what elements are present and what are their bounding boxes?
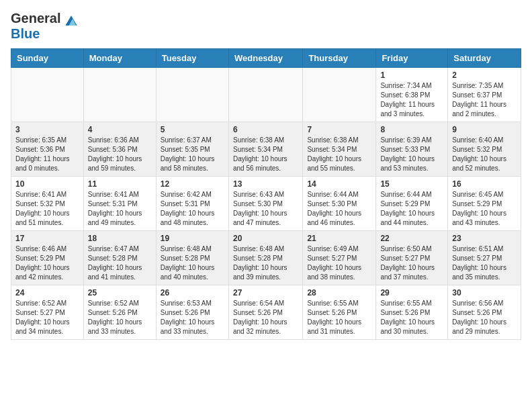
calendar-cell: 23Sunrise: 6:51 AM Sunset: 5:27 PM Dayli… xyxy=(448,231,521,285)
day-number: 25 xyxy=(88,288,152,298)
calendar-cell: 21Sunrise: 6:49 AM Sunset: 5:27 PM Dayli… xyxy=(303,231,376,285)
day-info: Sunrise: 6:37 AM Sunset: 5:35 PM Dayligh… xyxy=(161,136,224,173)
weekday-header-saturday: Saturday xyxy=(448,49,521,68)
day-info: Sunrise: 6:52 AM Sunset: 5:26 PM Dayligh… xyxy=(88,299,152,336)
day-number: 22 xyxy=(380,234,443,243)
day-info: Sunrise: 6:50 AM Sunset: 5:27 PM Dayligh… xyxy=(380,244,443,282)
calendar-week-row: 1Sunrise: 7:34 AM Sunset: 6:38 PM Daylig… xyxy=(11,68,521,122)
day-number: 29 xyxy=(380,288,443,298)
day-number: 15 xyxy=(380,179,443,189)
day-info: Sunrise: 7:34 AM Sunset: 6:38 PM Dayligh… xyxy=(380,81,443,119)
day-number: 17 xyxy=(15,234,79,243)
calendar-cell: 14Sunrise: 6:44 AM Sunset: 5:30 PM Dayli… xyxy=(303,177,376,231)
calendar-week-row: 3Sunrise: 6:35 AM Sunset: 5:36 PM Daylig… xyxy=(11,122,521,177)
day-info: Sunrise: 6:47 AM Sunset: 5:28 PM Dayligh… xyxy=(88,244,152,282)
calendar-cell: 8Sunrise: 6:39 AM Sunset: 5:33 PM Daylig… xyxy=(376,122,448,177)
day-number: 13 xyxy=(233,179,298,189)
day-number: 4 xyxy=(88,125,152,134)
calendar-cell: 19Sunrise: 6:48 AM Sunset: 5:28 PM Dayli… xyxy=(156,231,228,285)
weekday-header-tuesday: Tuesday xyxy=(156,49,228,68)
calendar-cell: 28Sunrise: 6:55 AM Sunset: 5:26 PM Dayli… xyxy=(303,285,376,340)
day-info: Sunrise: 6:44 AM Sunset: 5:30 PM Dayligh… xyxy=(307,190,371,228)
calendar-cell: 25Sunrise: 6:52 AM Sunset: 5:26 PM Dayli… xyxy=(83,285,156,340)
calendar-cell: 24Sunrise: 6:52 AM Sunset: 5:27 PM Dayli… xyxy=(11,285,84,340)
day-number: 16 xyxy=(452,179,517,189)
day-number: 14 xyxy=(307,179,371,189)
calendar-cell: 4Sunrise: 6:36 AM Sunset: 5:36 PM Daylig… xyxy=(83,122,156,177)
calendar-cell: 12Sunrise: 6:42 AM Sunset: 5:31 PM Dayli… xyxy=(156,177,228,231)
day-info: Sunrise: 6:44 AM Sunset: 5:29 PM Dayligh… xyxy=(380,190,443,228)
logo-text-general: General xyxy=(11,11,60,26)
calendar-cell: 11Sunrise: 6:41 AM Sunset: 5:31 PM Dayli… xyxy=(83,177,156,231)
calendar-cell: 9Sunrise: 6:40 AM Sunset: 5:32 PM Daylig… xyxy=(448,122,521,177)
calendar-cell: 29Sunrise: 6:55 AM Sunset: 5:26 PM Dayli… xyxy=(376,285,448,340)
day-info: Sunrise: 6:52 AM Sunset: 5:27 PM Dayligh… xyxy=(15,299,79,336)
calendar-cell: 3Sunrise: 6:35 AM Sunset: 5:36 PM Daylig… xyxy=(11,122,84,177)
day-info: Sunrise: 6:55 AM Sunset: 5:26 PM Dayligh… xyxy=(380,299,443,336)
calendar-cell xyxy=(156,68,228,122)
calendar-cell: 2Sunrise: 7:35 AM Sunset: 6:37 PM Daylig… xyxy=(448,68,521,122)
weekday-header-wednesday: Wednesday xyxy=(228,49,302,68)
day-number: 10 xyxy=(15,179,79,189)
day-number: 30 xyxy=(452,288,517,298)
day-info: Sunrise: 6:55 AM Sunset: 5:26 PM Dayligh… xyxy=(307,299,371,336)
calendar-cell: 27Sunrise: 6:54 AM Sunset: 5:26 PM Dayli… xyxy=(228,285,302,340)
day-info: Sunrise: 6:38 AM Sunset: 5:34 PM Dayligh… xyxy=(307,136,371,173)
day-number: 20 xyxy=(233,234,298,243)
weekday-header-sunday: Sunday xyxy=(11,49,84,68)
calendar-cell: 7Sunrise: 6:38 AM Sunset: 5:34 PM Daylig… xyxy=(303,122,376,177)
day-number: 26 xyxy=(161,288,224,298)
calendar-cell: 16Sunrise: 6:45 AM Sunset: 5:29 PM Dayli… xyxy=(448,177,521,231)
day-info: Sunrise: 6:40 AM Sunset: 5:32 PM Dayligh… xyxy=(452,136,517,173)
calendar-week-row: 24Sunrise: 6:52 AM Sunset: 5:27 PM Dayli… xyxy=(11,285,521,340)
calendar-cell xyxy=(228,68,302,122)
day-number: 21 xyxy=(307,234,371,243)
weekday-header-thursday: Thursday xyxy=(303,49,376,68)
day-info: Sunrise: 6:43 AM Sunset: 5:30 PM Dayligh… xyxy=(233,190,298,228)
day-info: Sunrise: 6:39 AM Sunset: 5:33 PM Dayligh… xyxy=(380,136,443,173)
day-info: Sunrise: 7:35 AM Sunset: 6:37 PM Dayligh… xyxy=(452,81,517,119)
calendar-cell: 5Sunrise: 6:37 AM Sunset: 5:35 PM Daylig… xyxy=(156,122,228,177)
calendar-cell xyxy=(83,68,156,122)
day-info: Sunrise: 6:48 AM Sunset: 5:28 PM Dayligh… xyxy=(233,244,298,282)
calendar-cell: 10Sunrise: 6:41 AM Sunset: 5:32 PM Dayli… xyxy=(11,177,84,231)
day-info: Sunrise: 6:41 AM Sunset: 5:31 PM Dayligh… xyxy=(88,190,152,228)
day-number: 6 xyxy=(233,125,298,134)
day-number: 27 xyxy=(233,288,298,298)
calendar-cell: 22Sunrise: 6:50 AM Sunset: 5:27 PM Dayli… xyxy=(376,231,448,285)
calendar-cell: 13Sunrise: 6:43 AM Sunset: 5:30 PM Dayli… xyxy=(228,177,302,231)
day-number: 3 xyxy=(15,125,79,134)
calendar-cell xyxy=(303,68,376,122)
calendar-cell: 20Sunrise: 6:48 AM Sunset: 5:28 PM Dayli… xyxy=(228,231,302,285)
day-number: 24 xyxy=(15,288,79,298)
logo: General Blue xyxy=(11,11,78,42)
calendar-cell: 1Sunrise: 7:34 AM Sunset: 6:38 PM Daylig… xyxy=(376,68,448,122)
day-info: Sunrise: 6:49 AM Sunset: 5:27 PM Dayligh… xyxy=(307,244,371,282)
day-number: 2 xyxy=(452,71,517,80)
day-info: Sunrise: 6:51 AM Sunset: 5:27 PM Dayligh… xyxy=(452,244,517,282)
day-number: 23 xyxy=(452,234,517,243)
day-number: 11 xyxy=(88,179,152,189)
calendar-cell: 18Sunrise: 6:47 AM Sunset: 5:28 PM Dayli… xyxy=(83,231,156,285)
weekday-header-monday: Monday xyxy=(83,49,156,68)
calendar-cell: 30Sunrise: 6:56 AM Sunset: 5:26 PM Dayli… xyxy=(448,285,521,340)
day-info: Sunrise: 6:38 AM Sunset: 5:34 PM Dayligh… xyxy=(233,136,298,173)
day-number: 28 xyxy=(307,288,371,298)
calendar-cell: 15Sunrise: 6:44 AM Sunset: 5:29 PM Dayli… xyxy=(376,177,448,231)
day-number: 12 xyxy=(161,179,224,189)
logo-blue-label: Blue xyxy=(11,26,40,42)
day-info: Sunrise: 6:35 AM Sunset: 5:36 PM Dayligh… xyxy=(15,136,79,173)
calendar-cell: 6Sunrise: 6:38 AM Sunset: 5:34 PM Daylig… xyxy=(228,122,302,177)
day-number: 5 xyxy=(161,125,224,134)
logo-triangle-icon xyxy=(64,15,78,26)
day-info: Sunrise: 6:36 AM Sunset: 5:36 PM Dayligh… xyxy=(88,136,152,173)
calendar-table: SundayMondayTuesdayWednesdayThursdayFrid… xyxy=(11,48,521,340)
calendar-week-row: 17Sunrise: 6:46 AM Sunset: 5:29 PM Dayli… xyxy=(11,231,521,285)
weekday-header-friday: Friday xyxy=(376,49,448,68)
calendar-week-row: 10Sunrise: 6:41 AM Sunset: 5:32 PM Dayli… xyxy=(11,177,521,231)
day-info: Sunrise: 6:48 AM Sunset: 5:28 PM Dayligh… xyxy=(161,244,224,282)
weekday-header-row: SundayMondayTuesdayWednesdayThursdayFrid… xyxy=(11,49,521,68)
day-info: Sunrise: 6:56 AM Sunset: 5:26 PM Dayligh… xyxy=(452,299,517,336)
calendar-cell: 17Sunrise: 6:46 AM Sunset: 5:29 PM Dayli… xyxy=(11,231,84,285)
day-info: Sunrise: 6:41 AM Sunset: 5:32 PM Dayligh… xyxy=(15,190,79,228)
